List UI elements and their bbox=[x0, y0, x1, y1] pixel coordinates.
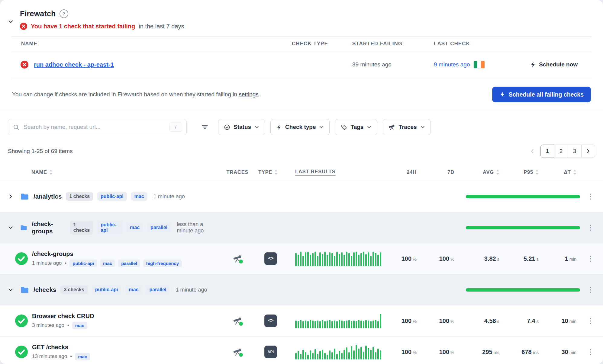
pagination-prev-icon[interactable] bbox=[528, 147, 536, 155]
chevron-down-icon[interactable] bbox=[8, 225, 13, 230]
check-type-filter-dropdown[interactable]: Check type bbox=[270, 119, 330, 135]
col-header-name[interactable]: NAME bbox=[20, 169, 221, 175]
tag-pill[interactable]: public-api bbox=[97, 192, 127, 201]
firewatch-note: You can change if checks are included in… bbox=[12, 91, 260, 98]
kebab-menu-icon[interactable] bbox=[588, 285, 593, 295]
firewatch-section: Firewatch ? You have 1 check that starte… bbox=[0, 0, 603, 111]
tags-filter-dropdown[interactable]: Tags bbox=[335, 119, 377, 135]
last-results-bars[interactable] bbox=[287, 313, 387, 328]
chevron-down-icon[interactable] bbox=[8, 287, 13, 292]
app-window: Firewatch ? You have 1 check that starte… bbox=[0, 0, 603, 364]
avg-duration: 4.58s bbox=[461, 318, 505, 324]
folder-row-analytics[interactable]: /analytics 1 checks public-api mac 1 min… bbox=[0, 181, 603, 212]
traces-telescope-icon[interactable] bbox=[233, 347, 242, 356]
avg-duration: 295ms bbox=[461, 349, 505, 356]
schedule-all-failing-button[interactable]: Schedule all failing checks bbox=[492, 87, 591, 102]
folder-row-checks[interactable]: /checks 3 checks public-api mac parallel… bbox=[0, 274, 603, 305]
check-row-get-checks[interactable]: GET /checks 13 minutes ago • mac API 100… bbox=[0, 337, 603, 364]
trace-status-dot bbox=[238, 259, 243, 264]
col-header-dt[interactable]: ΔT bbox=[544, 169, 582, 175]
tag-icon bbox=[341, 124, 347, 130]
kebab-menu-icon[interactable] bbox=[588, 191, 593, 202]
help-icon[interactable]: ? bbox=[60, 9, 68, 18]
tag-pill[interactable]: mac bbox=[131, 192, 147, 201]
uptime-7d: 100% bbox=[423, 318, 461, 324]
col-header-avg[interactable]: AVG bbox=[461, 169, 505, 175]
pagination: 1 2 3 bbox=[528, 145, 595, 158]
pagination-page-1[interactable]: 1 bbox=[540, 145, 554, 158]
page-title: Firewatch bbox=[20, 9, 56, 18]
failing-check-link[interactable]: run adhoc check - ap-east-1 bbox=[34, 61, 114, 68]
folder-name: /check-groups bbox=[32, 220, 66, 235]
tag-pill[interactable]: public-api bbox=[97, 221, 122, 235]
folder-row-check-groups[interactable]: /check-groups 1 checks public-api mac pa… bbox=[0, 212, 603, 243]
chevron-right-icon[interactable] bbox=[8, 194, 13, 199]
fw-col-started-failing: STARTED FAILING bbox=[344, 41, 425, 47]
fw-col-last-check: LAST CHECK bbox=[425, 41, 516, 47]
check-row-browser-check-crud[interactable]: Browser check CRUD 3 minutes ago • mac <… bbox=[0, 305, 603, 337]
checks-count-badge: 1 checks bbox=[66, 192, 93, 201]
col-header-type[interactable]: TYPE bbox=[254, 169, 287, 175]
kebab-menu-icon[interactable] bbox=[588, 222, 593, 233]
last-run-time: 1 minute ago bbox=[153, 193, 185, 200]
tag-pill[interactable]: parallel bbox=[146, 286, 169, 294]
slash-shortcut-badge: / bbox=[169, 123, 182, 132]
check-row-check-groups[interactable]: /check-groups 1 minute ago • public-api … bbox=[0, 243, 603, 274]
last-run-time: 1 minute ago bbox=[176, 287, 207, 293]
chevron-down-icon bbox=[420, 125, 425, 129]
bolt-icon bbox=[499, 91, 505, 97]
ireland-flag-icon bbox=[473, 61, 485, 69]
tag-pill[interactable]: mac bbox=[75, 353, 90, 360]
kebab-menu-icon[interactable] bbox=[588, 254, 593, 264]
folder-icon bbox=[20, 192, 29, 201]
checks-count-badge: 1 checks bbox=[70, 221, 93, 235]
started-failing-value: 39 minutes ago bbox=[344, 61, 425, 68]
kebab-menu-icon[interactable] bbox=[588, 316, 593, 326]
tag-pill[interactable]: public-api bbox=[92, 286, 121, 294]
uptime-24h: 100% bbox=[387, 318, 423, 324]
listing-header: Showing 1-25 of 69 items 1 2 3 bbox=[0, 135, 603, 158]
traces-telescope-icon[interactable] bbox=[233, 254, 242, 263]
traces-telescope-icon[interactable] bbox=[233, 316, 242, 325]
last-results-bars[interactable] bbox=[287, 251, 387, 266]
bolt-icon bbox=[530, 62, 536, 68]
traces-filter-dropdown[interactable]: Traces bbox=[383, 119, 430, 135]
tag-pill[interactable]: public-api bbox=[69, 260, 97, 267]
uptime-7d: 100% bbox=[423, 349, 461, 356]
last-run-time: 3 minutes ago bbox=[32, 322, 64, 328]
last-run-time: 13 minutes ago bbox=[32, 353, 67, 359]
last-results-bars[interactable] bbox=[287, 344, 387, 359]
pagination-next-icon[interactable] bbox=[581, 145, 595, 158]
checks-table: NAME TRACES TYPE LAST RESULTS 24H 7D AVG… bbox=[0, 164, 603, 364]
check-interval: 30min bbox=[544, 349, 582, 356]
schedule-now-button[interactable]: Schedule now bbox=[528, 61, 579, 68]
pagination-page-3[interactable]: 3 bbox=[568, 145, 582, 158]
search-input[interactable] bbox=[23, 123, 166, 131]
col-header-p95[interactable]: P95 bbox=[505, 169, 544, 175]
passing-status-icon bbox=[15, 315, 28, 327]
tag-pill[interactable]: parallel bbox=[147, 223, 171, 232]
search-box: / bbox=[8, 119, 187, 135]
sort-icon bbox=[274, 170, 278, 175]
pagination-page-2[interactable]: 2 bbox=[554, 145, 568, 158]
chevron-down-icon bbox=[367, 125, 372, 129]
last-check-link[interactable]: 9 minutes ago bbox=[434, 61, 470, 68]
last-run-time: less than a minute ago bbox=[177, 221, 221, 234]
tag-pill[interactable]: high-frequency bbox=[143, 260, 182, 267]
tag-pill[interactable]: mac bbox=[127, 223, 143, 232]
alert-text-strong: You have 1 check that started failing bbox=[31, 23, 135, 30]
tag-pill[interactable]: mac bbox=[72, 322, 87, 329]
status-filter-dropdown[interactable]: Status bbox=[218, 119, 265, 135]
section-collapse-chevron-icon[interactable] bbox=[8, 8, 16, 31]
trace-status-dot bbox=[238, 352, 243, 357]
tag-pill[interactable]: mac bbox=[125, 286, 142, 294]
error-icon bbox=[20, 23, 27, 30]
trace-status-dot bbox=[238, 321, 243, 326]
filter-lines-icon[interactable] bbox=[199, 122, 210, 133]
tag-pill[interactable]: mac bbox=[100, 260, 115, 267]
tag-pill[interactable]: parallel bbox=[118, 260, 140, 267]
kebab-menu-icon[interactable] bbox=[588, 347, 593, 357]
sort-icon bbox=[496, 170, 499, 175]
settings-link[interactable]: settings bbox=[239, 91, 258, 97]
check-name: GET /checks bbox=[32, 344, 90, 351]
